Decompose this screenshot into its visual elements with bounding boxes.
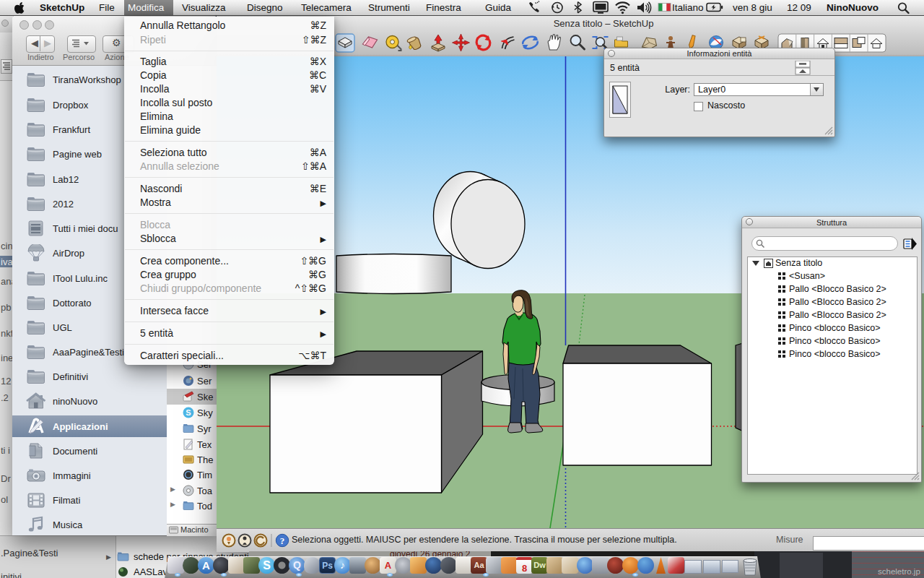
svg-text:S: S [186,408,191,417]
svg-text:?: ? [280,535,285,546]
